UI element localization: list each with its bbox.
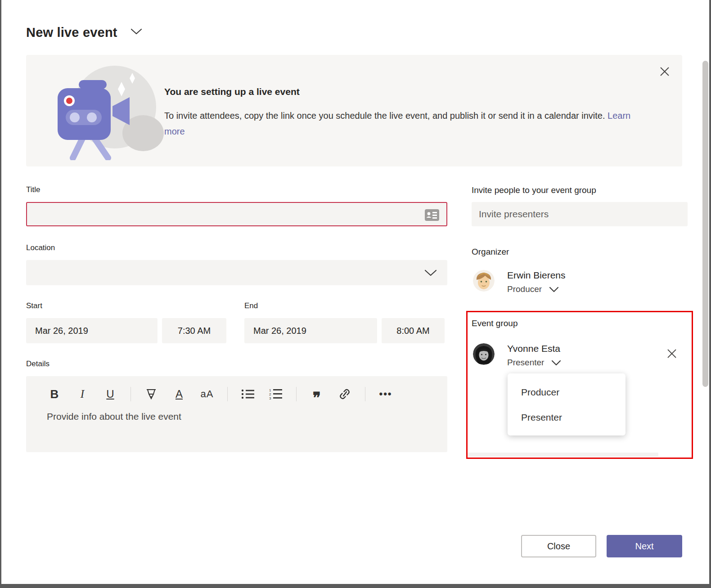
- highlight-icon[interactable]: [144, 386, 159, 403]
- svg-text:3: 3: [269, 396, 271, 400]
- organizer-info: Erwin Bierens Producer: [507, 270, 566, 294]
- banner-description-text: To invite attendees, copy the link once …: [164, 111, 605, 121]
- next-button[interactable]: Next: [607, 535, 682, 557]
- event-group-label: Event group: [472, 319, 518, 328]
- svg-text:2: 2: [269, 392, 271, 396]
- end-label: End: [244, 301, 258, 310]
- member-role-dropdown[interactable]: Presenter: [507, 358, 561, 368]
- window-bottom-edge: [1, 584, 709, 588]
- title-input[interactable]: [26, 202, 447, 226]
- toolbar-divider: [365, 387, 365, 401]
- toolbar-divider: [227, 387, 228, 401]
- invite-label: Invite people to your event group: [472, 185, 596, 195]
- member-info: Yvonne Esta Presenter: [507, 343, 561, 368]
- more-options-icon[interactable]: •••: [378, 386, 393, 403]
- start-date-field[interactable]: Mar 26, 2019: [26, 318, 158, 343]
- role-dropdown-menu: Producer Presenter: [508, 373, 626, 435]
- close-button[interactable]: Close: [521, 535, 596, 557]
- font-size-icon[interactable]: aA: [199, 386, 215, 403]
- location-label: Location: [26, 243, 55, 252]
- live-event-info-banner: You are setting up a live event To invit…: [26, 55, 682, 166]
- start-time-value: 7:30 AM: [178, 326, 211, 336]
- end-date-value: Mar 26, 2019: [253, 326, 306, 336]
- vertical-scrollbar[interactable]: [702, 61, 708, 387]
- banner-heading: You are setting up a live event: [164, 86, 300, 97]
- member-name: Yvonne Esta: [507, 343, 561, 354]
- details-editor[interactable]: B I U A aA 1: [26, 376, 447, 452]
- start-label: Start: [26, 301, 42, 310]
- organizer-avatar: [473, 270, 495, 292]
- banner-close-icon[interactable]: [659, 66, 670, 77]
- details-label: Details: [26, 359, 50, 368]
- new-live-event-dialog: New live event: [0, 0, 711, 588]
- end-date-field[interactable]: Mar 26, 2019: [244, 318, 377, 343]
- details-placeholder: Provide info about the live event: [47, 411, 181, 422]
- formatting-toolbar: B I U A aA 1: [47, 385, 406, 403]
- page-title: New live event: [26, 25, 117, 40]
- toolbar-divider: [130, 387, 131, 401]
- underline-icon[interactable]: U: [103, 386, 118, 403]
- organizer-name: Erwin Bierens: [507, 270, 566, 281]
- start-date-value: Mar 26, 2019: [35, 326, 88, 336]
- event-group-member-row: Yvonne Esta Presenter: [473, 343, 561, 368]
- title-label: Title: [26, 185, 40, 194]
- video-camera-illustration: [40, 61, 176, 162]
- bullet-list-icon[interactable]: [240, 386, 256, 403]
- font-color-icon[interactable]: A: [171, 386, 187, 403]
- dialog-header: New live event: [26, 25, 143, 40]
- organizer-label: Organizer: [472, 247, 509, 257]
- end-time-field[interactable]: 8:00 AM: [382, 318, 445, 343]
- location-dropdown[interactable]: [26, 260, 447, 285]
- member-avatar: [473, 343, 495, 365]
- chevron-down-icon: [424, 269, 437, 279]
- link-icon[interactable]: [337, 386, 352, 403]
- italic-icon[interactable]: I: [75, 386, 90, 403]
- start-time-field[interactable]: 7:30 AM: [162, 318, 226, 343]
- numbered-list-icon[interactable]: 1 2 3: [268, 386, 284, 403]
- end-time-value: 8:00 AM: [396, 326, 429, 336]
- invite-placeholder: Invite presenters: [479, 209, 549, 220]
- quote-icon[interactable]: ❞: [309, 386, 324, 403]
- svg-text:1: 1: [269, 388, 271, 392]
- event-type-dropdown[interactable]: [130, 28, 143, 37]
- remove-member-icon[interactable]: [666, 348, 677, 359]
- role-option-producer[interactable]: Producer: [508, 380, 626, 405]
- bold-icon[interactable]: B: [47, 386, 62, 403]
- contact-card-icon: [425, 209, 439, 223]
- invite-presenters-input[interactable]: Invite presenters: [472, 202, 688, 226]
- organizer-role-dropdown[interactable]: Producer: [507, 284, 566, 294]
- toolbar-divider: [296, 387, 297, 401]
- role-option-presenter[interactable]: Presenter: [508, 405, 626, 430]
- organizer-row: Erwin Bierens Producer: [473, 270, 566, 294]
- organizer-role-value: Producer: [507, 284, 542, 294]
- member-role-value: Presenter: [507, 358, 544, 368]
- banner-description: To invite attendees, copy the link once …: [164, 108, 632, 139]
